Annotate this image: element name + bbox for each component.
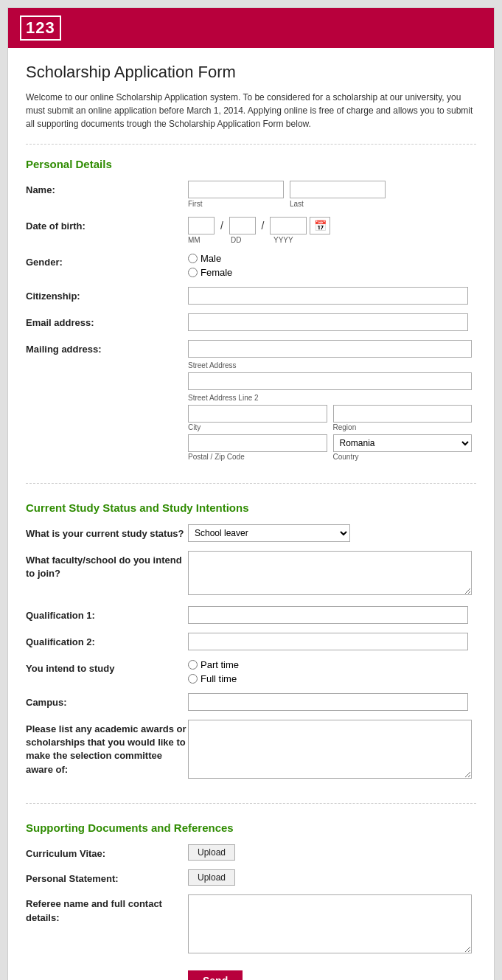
- cv-upload-button[interactable]: Upload: [188, 844, 235, 861]
- study-status-label: What is your current study status?: [26, 524, 188, 541]
- dob-yyyy-sublabel: YYYY: [273, 236, 310, 244]
- first-name-group: First: [188, 181, 284, 208]
- documents-title: Supporting Documents and References: [26, 821, 476, 834]
- awards-controls: [188, 720, 476, 781]
- gender-male-label: Male: [201, 253, 221, 264]
- faculty-row: What faculty/school do you intend to joi…: [26, 551, 476, 597]
- statement-controls: Upload: [188, 869, 476, 886]
- postal-sublabel: Postal / Zip Code: [188, 453, 327, 461]
- part-time-radio[interactable]: [188, 660, 198, 670]
- send-button[interactable]: Send: [188, 970, 243, 980]
- qual2-label: Qualification 2:: [26, 633, 188, 649]
- referee-label: Referee name and full contact details:: [26, 894, 188, 924]
- street-address-input[interactable]: [188, 340, 472, 358]
- last-name-label: Last: [290, 200, 386, 208]
- region-input[interactable]: [333, 405, 473, 423]
- campus-label: Campus:: [26, 693, 188, 709]
- name-row: Name: First Last: [26, 181, 476, 208]
- qual1-label: Qualification 1:: [26, 606, 188, 622]
- study-time-row: You intend to study Part time Full time: [26, 659, 476, 684]
- qual2-controls: [188, 633, 476, 650]
- cv-row: Curriculum Vitae: Upload: [26, 844, 476, 861]
- study-status-select[interactable]: School leaver Undergraduate Postgraduate…: [188, 524, 350, 542]
- gender-male-option[interactable]: Male: [188, 253, 476, 264]
- qual1-input[interactable]: [188, 606, 468, 624]
- campus-controls: [188, 693, 476, 711]
- email-row: Email address:: [26, 313, 476, 331]
- logo: 123: [20, 15, 61, 41]
- calendar-icon[interactable]: 📅: [310, 217, 330, 234]
- gender-male-radio[interactable]: [188, 254, 198, 263]
- city-group: City: [188, 405, 327, 431]
- cv-label: Curriculum Vitae:: [26, 844, 188, 861]
- awards-label: Please list any academic awards or schol…: [26, 720, 188, 776]
- mailing-label: Mailing address:: [26, 340, 188, 356]
- cv-controls: Upload: [188, 844, 476, 861]
- faculty-controls: [188, 551, 476, 597]
- citizenship-label: Citizenship:: [26, 287, 188, 303]
- awards-row: Please list any academic awards or schol…: [26, 720, 476, 781]
- study-time-controls: Part time Full time: [188, 659, 476, 684]
- study-status-row: What is your current study status? Schoo…: [26, 524, 476, 542]
- street-address2-input[interactable]: [188, 372, 472, 390]
- name-controls: First Last: [188, 181, 476, 208]
- part-time-option[interactable]: Part time: [188, 659, 476, 670]
- first-name-input[interactable]: [188, 181, 284, 198]
- country-sublabel: Country: [333, 453, 473, 461]
- city-input[interactable]: [188, 405, 327, 423]
- dob-label: Date of birth:: [26, 217, 188, 233]
- qual1-controls: [188, 606, 476, 624]
- postal-group: Postal / Zip Code: [188, 434, 327, 461]
- citizenship-controls: [188, 287, 476, 305]
- statement-label: Personal Statement:: [26, 869, 188, 886]
- postal-input[interactable]: [188, 434, 327, 452]
- name-label: Name:: [26, 181, 188, 197]
- country-group: Romania United States United Kingdom Ger…: [333, 434, 473, 461]
- form-body: Scholarship Application Form Welcome to …: [8, 48, 494, 980]
- dob-row: Date of birth: / / 📅 MM: [26, 217, 476, 244]
- gender-female-option[interactable]: Female: [188, 267, 476, 278]
- gender-controls: Male Female: [188, 253, 476, 278]
- dob-mm-input[interactable]: [188, 217, 215, 234]
- dob-sep1: /: [217, 220, 226, 232]
- dob-controls: / / 📅 MM DD YYYY: [188, 217, 476, 244]
- study-section: Current Study Status and Study Intention…: [26, 501, 476, 804]
- dob-yyyy-input[interactable]: [270, 217, 307, 234]
- street-sublabel: Street Address: [188, 361, 472, 369]
- full-time-option[interactable]: Full time: [188, 673, 476, 684]
- full-time-radio[interactable]: [188, 674, 198, 684]
- gender-female-radio[interactable]: [188, 268, 198, 277]
- dob-dd-sublabel: DD: [231, 236, 257, 244]
- last-name-input[interactable]: [290, 181, 386, 198]
- region-sublabel: Region: [333, 423, 473, 431]
- citizenship-input[interactable]: [188, 287, 468, 305]
- qual1-row: Qualification 1:: [26, 606, 476, 624]
- awards-textarea[interactable]: [188, 720, 472, 779]
- intro-text: Welcome to our online Scholarship Applic…: [26, 91, 476, 145]
- statement-upload-button[interactable]: Upload: [188, 869, 235, 886]
- qual2-input[interactable]: [188, 633, 468, 650]
- personal-details-section: Personal Details Name: First Last: [26, 158, 476, 484]
- send-row: Send: [26, 965, 476, 980]
- faculty-textarea[interactable]: [188, 551, 472, 595]
- header: 123: [8, 8, 494, 48]
- statement-row: Personal Statement: Upload: [26, 869, 476, 886]
- street2-sublabel: Street Address Line 2: [188, 394, 472, 402]
- documents-section: Supporting Documents and References Curr…: [26, 821, 476, 980]
- dob-dd-input[interactable]: [229, 217, 256, 234]
- gender-female-label: Female: [201, 267, 232, 278]
- study-time-label: You intend to study: [26, 659, 188, 675]
- page-title: Scholarship Application Form: [26, 63, 476, 82]
- first-name-label: First: [188, 200, 284, 208]
- mailing-controls: Street Address Street Address Line 2 Cit…: [188, 340, 476, 461]
- country-select[interactable]: Romania United States United Kingdom Ger…: [333, 434, 473, 452]
- study-status-controls: School leaver Undergraduate Postgraduate…: [188, 524, 476, 542]
- referee-textarea[interactable]: [188, 894, 472, 953]
- campus-input[interactable]: [188, 693, 468, 711]
- faculty-label: What faculty/school do you intend to joi…: [26, 551, 188, 580]
- citizenship-row: Citizenship:: [26, 287, 476, 305]
- city-sublabel: City: [188, 423, 327, 431]
- gender-label: Gender:: [26, 253, 188, 269]
- qual2-row: Qualification 2:: [26, 633, 476, 650]
- email-input[interactable]: [188, 313, 468, 331]
